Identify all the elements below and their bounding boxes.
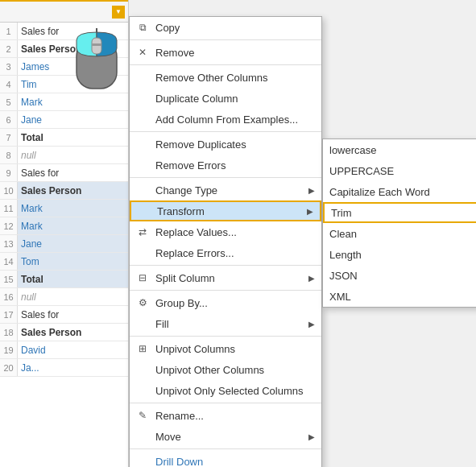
menu-item-remove-other[interactable]: Remove Other Columns bbox=[130, 67, 321, 88]
row-number: 9 bbox=[0, 164, 18, 181]
row-number: 5 bbox=[0, 93, 18, 110]
row-number: 20 bbox=[0, 359, 18, 376]
row-number: 19 bbox=[0, 341, 18, 358]
replace-icon: ⇄ bbox=[135, 226, 151, 238]
submenu-item-label: Length bbox=[329, 249, 362, 261]
menu-item-transform[interactable]: Transform bbox=[130, 200, 321, 221]
submenu-item-clean[interactable]: Clean bbox=[323, 223, 476, 244]
menu-item-label: Split Column bbox=[155, 272, 215, 284]
submenu-item-json[interactable]: JSON bbox=[323, 265, 476, 286]
menu-item-label: Drill Down bbox=[155, 456, 203, 468]
menu-item-label: Unpivot Only Selected Columns bbox=[155, 385, 304, 397]
row-value: Mark bbox=[18, 203, 128, 214]
menu-item-group-by[interactable]: ⚙Group By... bbox=[130, 292, 321, 313]
menu-item-change-type[interactable]: Change Type bbox=[130, 180, 321, 200]
table-row: 16null bbox=[0, 288, 128, 306]
row-value: Total bbox=[18, 274, 128, 285]
menu-item-remove-errors[interactable]: Remove Errors bbox=[130, 155, 321, 176]
menu-item-remove[interactable]: ✕Remove bbox=[130, 42, 321, 63]
row-value: Sales for bbox=[18, 167, 128, 179]
menu-separator bbox=[130, 290, 321, 291]
submenu-item-length[interactable]: Length bbox=[323, 244, 476, 265]
menu-separator bbox=[130, 131, 321, 132]
menu-separator bbox=[130, 39, 321, 40]
row-number: 14 bbox=[0, 253, 18, 270]
submenu-item-label: Trim bbox=[331, 207, 352, 219]
copy-icon: ⧉ bbox=[135, 22, 151, 33]
submenu-item-label: Capitalize Each Word bbox=[329, 186, 430, 198]
svg-rect-2 bbox=[92, 43, 101, 46]
menu-item-label: Group By... bbox=[155, 297, 208, 309]
row-number: 17 bbox=[0, 306, 18, 323]
menu-item-drill-down[interactable]: Drill Down bbox=[130, 451, 321, 467]
menu-item-label: Rename... bbox=[155, 410, 204, 422]
table-row: 20Ja... bbox=[0, 359, 128, 377]
row-number: 12 bbox=[0, 217, 18, 234]
row-number: 13 bbox=[0, 235, 18, 252]
submenu-item-trim[interactable]: Trim bbox=[323, 202, 476, 223]
row-value: David bbox=[18, 345, 128, 356]
header-dropdown-button[interactable] bbox=[112, 6, 125, 19]
column-header[interactable] bbox=[0, 0, 128, 23]
row-value: null bbox=[18, 291, 128, 303]
menu-item-add-column[interactable]: Add Column From Examples... bbox=[130, 109, 321, 130]
menu-item-fill[interactable]: Fill bbox=[130, 313, 321, 334]
menu-item-split-column[interactable]: ⊟Split Column bbox=[130, 267, 321, 288]
menu-separator bbox=[130, 177, 321, 178]
menu-item-duplicate[interactable]: Duplicate Column bbox=[130, 88, 321, 109]
table-row: 17Sales for bbox=[0, 306, 128, 324]
row-number: 1 bbox=[0, 23, 18, 39]
rename-icon: ✎ bbox=[135, 410, 151, 421]
table-row: 6Jane bbox=[0, 111, 128, 129]
menu-item-unpivot[interactable]: ⊞Unpivot Columns bbox=[130, 338, 321, 359]
submenu-item-label: UPPERCASE bbox=[329, 165, 394, 177]
submenu-item-xml[interactable]: XML bbox=[323, 286, 476, 307]
submenu-item-uppercase[interactable]: UPPERCASE bbox=[323, 160, 476, 181]
row-value: Jane bbox=[18, 114, 128, 126]
menu-item-unpivot-other[interactable]: Unpivot Other Columns bbox=[130, 359, 321, 380]
row-value: Sales Person bbox=[18, 185, 128, 196]
row-number: 16 bbox=[0, 288, 18, 305]
table-row: 19David bbox=[0, 341, 128, 359]
table-row: 15Total bbox=[0, 271, 128, 288]
menu-item-move[interactable]: Move bbox=[130, 426, 321, 447]
mouse-icon bbox=[72, 28, 121, 93]
menu-item-replace-errors[interactable]: Replace Errors... bbox=[130, 242, 321, 263]
menu-separator bbox=[130, 403, 321, 403]
menu-item-label: Replace Values... bbox=[155, 226, 237, 238]
table-row: 10Sales Person bbox=[0, 182, 128, 200]
menu-separator bbox=[130, 265, 321, 266]
menu-item-copy[interactable]: ⧉Copy bbox=[130, 17, 321, 38]
menu-item-label: Transform bbox=[157, 205, 205, 217]
submenu-item-capitalize[interactable]: Capitalize Each Word bbox=[323, 181, 476, 202]
row-value: Mark bbox=[18, 221, 128, 232]
menu-item-label: Duplicate Column bbox=[155, 93, 238, 105]
table-row: 14Tom bbox=[0, 253, 128, 271]
menu-item-label: Copy bbox=[155, 22, 180, 34]
row-value: Sales Person bbox=[18, 327, 128, 338]
menu-item-replace-values[interactable]: ⇄Replace Values... bbox=[130, 221, 321, 242]
menu-item-label: Fill bbox=[155, 318, 169, 330]
menu-item-label: Remove Other Columns bbox=[155, 72, 267, 84]
transform-submenu: lowercaseUPPERCASECapitalize Each WordTr… bbox=[322, 138, 476, 308]
menu-item-unpivot-selected[interactable]: Unpivot Only Selected Columns bbox=[130, 380, 321, 401]
row-number: 2 bbox=[0, 40, 18, 57]
menu-item-remove-dups[interactable]: Remove Duplicates bbox=[130, 134, 321, 155]
unpivot-icon: ⊞ bbox=[135, 343, 151, 354]
row-number: 6 bbox=[0, 111, 18, 128]
menu-item-label: Add Column From Examples... bbox=[155, 114, 298, 126]
row-value: Sales for bbox=[18, 309, 128, 320]
mouse-illustration bbox=[64, 24, 129, 97]
menu-item-label: Unpivot Other Columns bbox=[155, 364, 264, 376]
menu-separator bbox=[130, 448, 321, 449]
row-value: null bbox=[18, 150, 128, 161]
row-value: Ja... bbox=[18, 362, 128, 374]
submenu-item-lowercase[interactable]: lowercase bbox=[323, 139, 476, 160]
table-row: 9Sales for bbox=[0, 164, 128, 182]
menu-item-label: Move bbox=[155, 431, 181, 443]
row-number: 3 bbox=[0, 58, 18, 75]
row-number: 4 bbox=[0, 76, 18, 93]
menu-item-label: Remove Duplicates bbox=[155, 138, 246, 151]
menu-item-rename[interactable]: ✎Rename... bbox=[130, 405, 321, 426]
menu-item-label: Unpivot Columns bbox=[155, 343, 235, 355]
